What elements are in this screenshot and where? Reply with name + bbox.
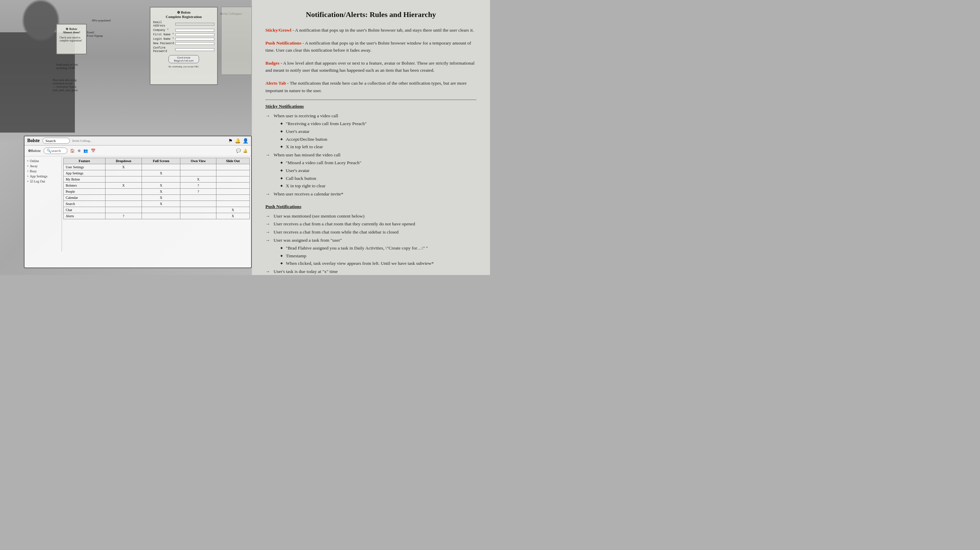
sidebar-item-away: Away — [27, 164, 59, 168]
push-notifications-heading: Push Notifications — [266, 203, 476, 211]
row-mybolste-label: My Bolste — [64, 176, 105, 182]
row-user-settings-slide — [216, 164, 250, 170]
col-ownview: Own View — [180, 158, 216, 164]
sticky-sub-2-4: X in top right to clear — [280, 182, 476, 190]
wf-nav-people-icon: 👥 — [83, 149, 88, 153]
wb2-field-email: Email Address — [153, 21, 215, 27]
chat-icon: 💬 — [236, 149, 241, 153]
wireframe-topbar: Bolste Search Invite Colleag... ⚑ 🔔 👤 — [24, 136, 251, 146]
row-alerts-own — [180, 213, 216, 219]
sticky-bullet-2: When user has missed the video call "Mis… — [266, 151, 476, 190]
wireframe-box: Bolste Search Invite Colleag... ⚑ 🔔 👤 ⊕B… — [24, 136, 252, 268]
row-calendar-label: Calendar — [64, 195, 105, 201]
row-bolsters-own: ? — [180, 182, 216, 189]
whiteboard-panel-1: ⊕ BolsteAlmost done! Check your email to… — [56, 24, 87, 54]
table-row: Bolsters X X ? — [64, 182, 250, 189]
row-chat-slide: X — [216, 207, 250, 213]
flag-icon: ⚑ — [228, 138, 233, 144]
sticky-sub-2-2: User's avatar — [280, 167, 476, 174]
push-bullet-3: User receives a chat from chat room whil… — [266, 228, 476, 236]
wireframe-table: Feature Dropdown Full Screen Own View Sl… — [63, 158, 250, 219]
annotation-prepopulated: #Pre-populated — [92, 19, 111, 22]
row-search-full: X — [142, 201, 180, 207]
wf-nav-search: 🔍search — [43, 147, 67, 154]
section-divider — [266, 100, 476, 100]
wf-nav-bolster-icon: ⊕ — [78, 149, 81, 153]
push-bullet-4: User was assigned a task from "user" "Br… — [266, 236, 476, 267]
push-sub-4-1: "Brad Flahive assigned you a task in Dai… — [280, 244, 476, 252]
row-app-settings-label: App Settings — [64, 170, 105, 176]
wf-nav-home-icon: 🏠 — [70, 149, 75, 153]
sticky-sub-1-3: Accept/Decline button — [280, 136, 476, 143]
term-push-notifications: Push Notifications — [266, 40, 301, 46]
section-badges: Badges - A low level alert that appears … — [266, 60, 476, 74]
row-alerts-label: Alerts — [64, 213, 105, 219]
sketch-top-region: ⊕ BolsteAlmost done! Check your email to… — [0, 0, 252, 143]
row-chat-dropdown — [105, 207, 142, 213]
col-feature: Feature — [64, 158, 105, 164]
wf-tab-links: Invite Colleag... — [73, 139, 92, 143]
wb2-field-login: Login Name * — [153, 37, 215, 41]
sticky-subbullet-list-2: "Missed a video call from Lacey Preach" … — [274, 159, 476, 189]
term-badges: Badges — [266, 60, 279, 66]
whiteboard-panel-2: ⊕ BolsteComplete Registration Email Addr… — [150, 7, 218, 85]
row-bolsters-full: X — [142, 182, 180, 189]
term-sticky-growl: Sticky/Growl — [266, 27, 291, 33]
sticky-bullet-1: When user is receiving a video call "Rec… — [266, 112, 476, 151]
row-alerts-full — [142, 213, 180, 219]
row-app-settings-slide — [216, 170, 250, 176]
push-bullet-2-text: User receives a chat from a chat room th… — [274, 221, 415, 227]
wb2-field-password: New Password — [153, 42, 215, 45]
wb2-subtext: By continuing, you accept T&C — [153, 65, 215, 68]
sticky-sub-1-2: User's avatar — [280, 128, 476, 135]
sidebar-item-online: Online — [27, 159, 59, 163]
row-app-settings-dropdown — [105, 170, 142, 176]
section-sticky-growl: Sticky/Growl - A notification that pops … — [266, 27, 476, 34]
wireframe-main: Feature Dropdown Full Screen Own View Sl… — [62, 156, 251, 252]
row-people-slide — [216, 189, 250, 195]
push-bullet-3-text: User receives a chat from chat room whil… — [274, 230, 398, 235]
push-bullet-5: User's task is due today at "x" time You… — [266, 268, 476, 275]
wb2-field-company: Company * — [153, 29, 215, 32]
row-mybolste-dropdown — [105, 176, 142, 182]
push-bullet-5-text: User's task is due today at "x" time — [274, 269, 338, 274]
row-user-settings-own — [180, 164, 216, 170]
table-row: Calendar X — [64, 195, 250, 201]
table-row: People X ? — [64, 189, 250, 195]
desc-badges: - A low level alert that appears over or… — [266, 60, 475, 73]
push-sub-4-2: Timestamp — [280, 252, 476, 260]
row-app-settings-full: X — [142, 170, 180, 176]
push-notifications-section: Push Notifications User was mentioned (s… — [266, 203, 476, 275]
col-dropdown: Dropdown — [105, 158, 142, 164]
wf-search-box: Search — [43, 138, 70, 144]
col-fullscreen: Full Screen — [142, 158, 180, 164]
wireframe-sidebar: Online Away Busy App Settings ☑ Log Out — [24, 156, 62, 252]
sticky-bullet-3-text: When user receives a calendar invite* — [274, 191, 343, 197]
wf-nav-calendar-icon: 📅 — [91, 149, 95, 153]
row-user-settings-full — [142, 164, 180, 170]
sticky-bullet-3: When user receives a calendar invite* — [266, 190, 476, 198]
wireframe-body: Online Away Busy App Settings ☑ Log Out … — [24, 156, 251, 252]
sticky-subbullet-list-1: "Receiving a video call from Lacey Preac… — [274, 120, 476, 150]
right-sketch-panel — [221, 7, 252, 75]
row-calendar-full: X — [142, 195, 180, 201]
section-push-notifications: Push Notifications - A notification that… — [266, 40, 476, 54]
push-bullet-1-text: User was mentioned (see mention content … — [274, 214, 364, 219]
term-alerts-tab: Alerts Tab — [266, 81, 286, 86]
wireframe-nav: ⊕Bolste 🔍search 🏠 ⊕ 👥 📅 💬 🔔 — [24, 146, 251, 156]
sticky-bullet-1-text: When user is receiving a video call — [274, 113, 338, 118]
wb1-title: ⊕ BolsteAlmost done! — [60, 27, 83, 34]
row-search-label: Search — [64, 201, 105, 207]
section-alerts-tab: Alerts Tab - The notifications that resi… — [266, 79, 476, 94]
row-chat-full — [142, 207, 180, 213]
row-alerts-dropdown: ? — [105, 213, 142, 219]
table-row: My Bolste X — [64, 176, 250, 182]
panel-title: Notification/Alerts: Rules and Hierarchy — [266, 10, 476, 19]
row-calendar-own — [180, 195, 216, 201]
row-mybolste-full — [142, 176, 180, 182]
push-sub-4-3: When clicked, task overlay view appears … — [280, 260, 476, 267]
wf-nav-logo: ⊕Bolste — [28, 149, 41, 153]
background-sketch: ⊕ BolsteAlmost done! Check your email to… — [0, 0, 252, 275]
push-bullet-4-text: User was assigned a task from "user" — [274, 238, 342, 243]
table-row: Search X — [64, 201, 250, 207]
